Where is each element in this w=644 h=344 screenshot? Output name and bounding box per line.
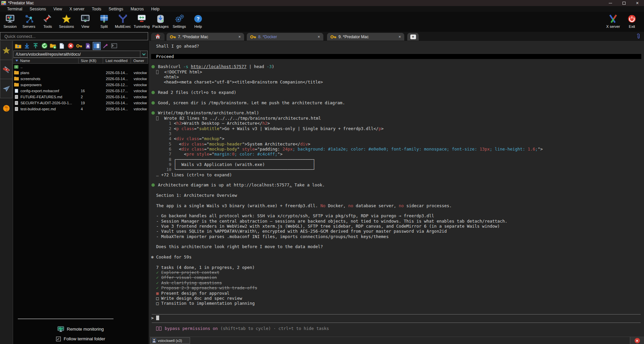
menu-item-x-server[interactable]: X server <box>66 7 88 11</box>
close-session-button[interactable]: ✕ <box>630 337 644 344</box>
file-modified-cell: 2026-03-17... <box>103 89 131 93</box>
help-toolbar-button[interactable]: ?Help <box>189 12 208 32</box>
close-button[interactable]: ✕ <box>631 0 644 6</box>
terminal-tab-3[interactable]: 9. *Predator Mac× <box>327 33 404 41</box>
menu-item-view[interactable]: View <box>50 7 66 11</box>
upload-button[interactable] <box>32 42 40 50</box>
terminal-text: 7 <box>151 152 174 157</box>
terminal-tab-2[interactable]: 8. *Docker× <box>247 33 323 41</box>
file-row[interactable]: test-buildout-spec.md42026-03-14...vstoc… <box>13 106 148 112</box>
menu-item-settings[interactable]: Settings <box>105 7 127 11</box>
servers-toolbar-button[interactable]: Servers <box>19 12 38 32</box>
strip-swiss-knife-button[interactable] <box>0 60 12 79</box>
terminal-line: ✓ Offer visual companion <box>151 275 644 280</box>
tab-bar: 7. *Predator Mac×8. *Docker×9. *Predator… <box>148 32 644 41</box>
new-file-icon <box>59 43 64 49</box>
remote-monitoring-button[interactable]: Remote monitoring <box>13 326 148 332</box>
menu-item-sessions[interactable]: Sessions <box>26 7 50 11</box>
terminal[interactable]: Shall I go ahead? Proceed Bash(curl -s h… <box>150 41 644 337</box>
terminal-text: ; line-height: <box>490 147 528 152</box>
terminal-text: =" <box>194 126 199 131</box>
new-folder-icon <box>50 43 56 49</box>
sessions-star-icon <box>61 13 72 24</box>
home-tab[interactable] <box>151 33 165 41</box>
menu-item-macros[interactable]: Macros <box>127 7 147 11</box>
folder-up-button[interactable] <box>14 42 22 50</box>
menu-item-terminal[interactable]: Terminal <box>3 7 26 11</box>
file-name: .. <box>20 65 22 69</box>
key-button[interactable] <box>75 42 83 50</box>
terminal-line: 1 <h2>Wraith Desktop — Architecture</h2> <box>151 121 644 126</box>
folder-icon <box>14 83 19 87</box>
session-toolbar-button[interactable]: Session <box>1 12 19 32</box>
file-modified-cell: 2026-03-12... <box>103 83 131 87</box>
tab-close-icon[interactable]: × <box>236 35 241 39</box>
tab-close-icon[interactable]: × <box>396 35 401 39</box>
x-server-toolbar-button[interactable]: X server <box>604 12 623 32</box>
terminal-line: Good, screen dir is /tmp/brainstorm. Let… <box>151 100 644 105</box>
packages-toolbar-button[interactable]: Packages <box>151 12 170 32</box>
prompt-line[interactable]: > <box>151 315 644 321</box>
terminal-line: <!DOCTYPE html> <box>151 69 644 74</box>
terminal-text: ctrl+t to hide tasks <box>276 326 329 331</box>
file-row[interactable]: superpowers2026-03-12...vstockw <box>13 82 148 88</box>
menu-item-help[interactable]: Help <box>147 7 163 11</box>
split-toolbar-button[interactable]: Split <box>95 12 113 32</box>
column-header-name[interactable]: Name <box>13 58 79 63</box>
settings-toolbar-button[interactable]: Settings <box>170 12 189 32</box>
strip-macros-plane-button[interactable] <box>0 79 12 98</box>
file-row[interactable]: t.. <box>13 64 148 70</box>
new-tab-button[interactable]: + <box>407 33 419 41</box>
delete-button[interactable] <box>66 42 75 50</box>
multiexec-toolbar-button[interactable]: MultiExec <box>113 12 132 32</box>
dual-pane-button[interactable] <box>93 42 101 50</box>
menu-item-tools[interactable]: Tools <box>88 7 105 11</box>
tools-toolbar-button[interactable]: Tools <box>38 12 57 32</box>
terminal-text: 10 <box>151 167 174 172</box>
strip-globe-button[interactable] <box>0 100 12 116</box>
menu-bar: TerminalSessionsViewX serverToolsSetting… <box>0 6 644 12</box>
encoding-button[interactable]: A <box>84 42 92 50</box>
refresh-button[interactable] <box>40 42 48 50</box>
wizard-button[interactable] <box>101 42 109 50</box>
column-header-last-modified[interactable]: Last modified <box>103 58 131 63</box>
sessions-toolbar-button[interactable]: Sessions <box>57 12 76 32</box>
column-header-label: Name <box>20 59 30 63</box>
follow-terminal-folder-toggle[interactable]: ✓ Follow terminal folder <box>13 336 148 341</box>
path-dropdown-button[interactable] <box>140 51 147 57</box>
column-header-owner[interactable]: Owner <box>131 58 148 63</box>
input-divider-top <box>152 314 641 314</box>
terminal-text: ✓ <box>156 270 159 275</box>
session-status-tab[interactable]: vstockwell (x3) <box>150 337 190 344</box>
new-file-button[interactable] <box>58 42 66 50</box>
exit-toolbar-button[interactable]: Exit <box>623 12 641 32</box>
md-icon <box>14 101 19 105</box>
remote-monitoring-label: Remote monitoring <box>67 327 104 332</box>
minimize-button[interactable] <box>604 0 617 6</box>
file-row[interactable]: FUTURE-FEATURES.md22026-03-14...vstockw <box>13 94 148 100</box>
file-row[interactable]: SECURITY-AUDIT-2026-03-1...192026-03-14.… <box>13 100 148 106</box>
terminal-text: pre <box>186 152 194 157</box>
maximize-button[interactable] <box>617 0 631 6</box>
terminal-line: - Vue 3 frontend renders in WebView2 wit… <box>151 224 644 229</box>
tunneling-toolbar-button[interactable]: Tunneling <box>132 12 151 32</box>
terminal-text: div <box>300 141 308 147</box>
terminal-button[interactable] <box>110 42 118 50</box>
view-toolbar-button[interactable]: View <box>76 12 95 32</box>
download-button[interactable] <box>23 42 31 50</box>
file-row[interactable]: plans2026-03-14...vstockw <box>13 70 148 76</box>
paperclip-icon[interactable] <box>636 33 641 41</box>
path-input[interactable]: /Users/vstockwell/repos/wraith/docs/ <box>14 52 140 57</box>
new-folder-button[interactable] <box>49 42 57 50</box>
file-row[interactable]: config-export.mobaconf162026-03-17...vst… <box>13 88 148 94</box>
terminal-line: □ Write design doc and spec review <box>151 296 644 301</box>
column-header-size-kb-[interactable]: Size (KB) <box>79 58 103 63</box>
strip-favorites-star-button[interactable] <box>0 41 12 60</box>
terminal-tab-1[interactable]: 7. *Predator Mac× <box>167 33 244 41</box>
quick-connect-input[interactable]: Quick connect... <box>0 32 148 40</box>
checkbox-icon[interactable]: ✓ <box>56 337 61 341</box>
file-row[interactable]: screenshots2026-03-14...vstockw <box>13 76 148 82</box>
terminal-text: =" <box>255 147 260 152</box>
favorites-star-icon <box>2 46 11 55</box>
tab-close-icon[interactable]: × <box>315 35 320 39</box>
